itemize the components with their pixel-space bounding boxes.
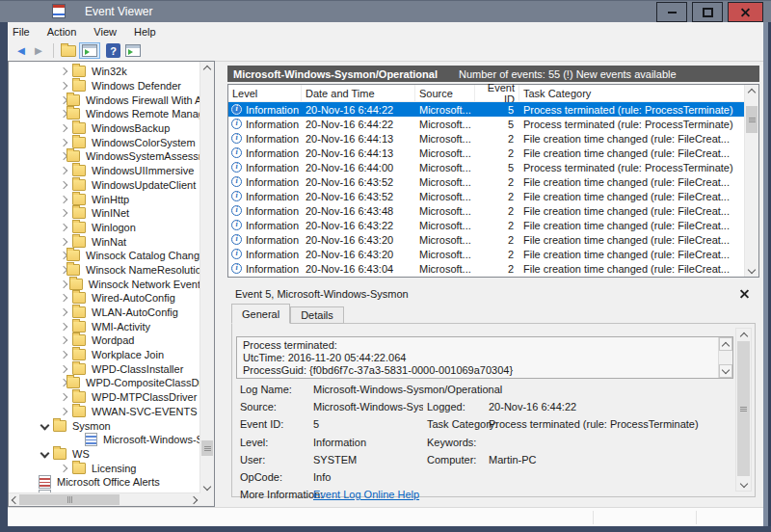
tree-item-winlogon[interactable]: Winlogon: [9, 221, 200, 235]
scroll-up-icon[interactable]: [200, 62, 214, 74]
tree-item-licensing[interactable]: Licensing: [9, 461, 200, 475]
scroll-down-icon[interactable]: [745, 264, 758, 277]
tree-item-wpd-compositeclassdrive[interactable]: WPD-CompositeClassDrive: [9, 376, 200, 390]
chevron-right-icon[interactable]: [61, 309, 72, 315]
open-saved-log-icon[interactable]: [60, 42, 77, 59]
tree-vertical-scrollbar[interactable]: [199, 62, 214, 493]
tree-item-ws[interactable]: WS: [9, 447, 200, 462]
menu-help[interactable]: Help: [125, 26, 165, 38]
event-row[interactable]: Information20-Nov-16 6:43:20Microsoft...…: [228, 232, 745, 247]
event-row[interactable]: Information20-Nov-16 6:44:22Microsoft...…: [228, 117, 745, 131]
event-row[interactable]: Information20-Nov-16 6:43:48Microsoft...…: [228, 203, 745, 218]
tree-item-windowsuiimmersive[interactable]: WindowsUIImmersive: [9, 164, 200, 178]
tree-item-microsoft-windows-sys[interactable]: Microsoft-Windows-Sys: [9, 433, 200, 447]
tree-item-wired-autoconfig[interactable]: Wired-AutoConfig: [9, 291, 200, 306]
tree-item-sysmon[interactable]: Sysmon: [9, 418, 200, 433]
table-scroll-thumb[interactable]: [746, 106, 758, 133]
event-row[interactable]: Information20-Nov-16 6:43:20Microsoft...…: [228, 247, 745, 261]
tree-scroll-thumb[interactable]: [201, 440, 213, 456]
scroll-up-icon[interactable]: [745, 85, 758, 97]
chevron-right-icon[interactable]: [61, 239, 72, 245]
chevron-right-icon[interactable]: [61, 394, 72, 400]
chevron-right-icon[interactable]: [61, 83, 72, 89]
chevron-down-icon[interactable]: [41, 450, 53, 457]
event-row[interactable]: Information20-Nov-16 6:44:00Microsoft...…: [228, 160, 745, 174]
tab-general[interactable]: General: [231, 304, 290, 324]
tree-item-wininet[interactable]: WinINet: [9, 206, 200, 221]
chevron-right-icon[interactable]: [61, 409, 72, 414]
chevron-right-icon[interactable]: [61, 295, 72, 301]
event-row[interactable]: Information20-Nov-16 6:44:13Microsoft...…: [228, 131, 745, 146]
tree-item-wpd-classinstaller[interactable]: WPD-ClassInstaller: [9, 361, 200, 376]
message-scrollbar[interactable]: [718, 337, 732, 378]
tree-item-winnat[interactable]: WinNat: [9, 234, 200, 249]
tree-item-wlan-autoconfig[interactable]: WLAN-AutoConfig: [9, 306, 200, 320]
column-header-date-and-time[interactable]: Date and Time: [302, 85, 415, 101]
event-row[interactable]: Information20-Nov-16 6:43:22Microsoft...…: [228, 218, 745, 232]
tree-item-wwan-svc-events[interactable]: WWAN-SVC-EVENTS: [9, 405, 200, 419]
maximize-button[interactable]: [692, 2, 723, 22]
console-tree-toggle-button[interactable]: [79, 42, 100, 59]
chevron-right-icon[interactable]: [61, 168, 72, 173]
column-header-level[interactable]: Level: [228, 85, 302, 101]
title-bar[interactable]: Event Viewer: [0, 0, 771, 22]
chevron-right-icon[interactable]: [61, 182, 72, 188]
tree-item-windowssystemassessmen[interactable]: WindowsSystemAssessmen: [9, 149, 200, 164]
event-log-online-help-link[interactable]: Event Log Online Help: [313, 489, 419, 500]
detail-scroll-thumb[interactable]: [737, 341, 750, 476]
tree-item-workplace-join[interactable]: Workplace Join: [9, 348, 200, 362]
tree-item-win32k[interactable]: Win32k: [9, 65, 200, 79]
tree-item-windowsupdateclient[interactable]: WindowsUpdateClient: [9, 178, 200, 193]
tree-hscroll-thumb[interactable]: [19, 494, 120, 505]
chevron-right-icon[interactable]: [61, 366, 72, 372]
detail-close-icon[interactable]: [739, 288, 750, 299]
menu-file[interactable]: File: [8, 26, 39, 38]
tree-item-windows-firewall-with-adv[interactable]: Windows Firewall With Adv: [9, 93, 200, 107]
tree-item-winsock-nameresolution-e[interactable]: Winsock NameResolution E: [9, 263, 200, 278]
chevron-down-icon[interactable]: [41, 422, 53, 429]
column-header-task-category[interactable]: Task Category: [519, 85, 745, 101]
table-vertical-scrollbar[interactable]: [744, 85, 758, 277]
event-row[interactable]: Information20-Nov-16 6:43:04Microsoft...…: [228, 261, 745, 276]
scroll-up-icon[interactable]: [719, 337, 732, 351]
close-button[interactable]: [728, 2, 763, 22]
tree-item-wpd-mtpclassdriver[interactable]: WPD-MTPClassDriver: [9, 390, 200, 405]
column-header-event-id[interactable]: Event ID: [475, 85, 519, 101]
forward-icon[interactable]: [30, 42, 47, 59]
tree-item-windowscolorsystem[interactable]: WindowsColorSystem: [9, 135, 200, 149]
chevron-right-icon[interactable]: [61, 197, 72, 202]
chevron-right-icon[interactable]: [61, 324, 72, 330]
event-row[interactable]: Information20-Nov-16 6:44:13Microsoft...…: [228, 146, 745, 160]
detail-vertical-scrollbar[interactable]: [735, 328, 752, 492]
scroll-up-icon[interactable]: [736, 329, 751, 341]
chevron-right-icon[interactable]: [61, 352, 72, 358]
back-icon[interactable]: [13, 42, 30, 59]
event-row[interactable]: Information20-Nov-16 6:43:52Microsoft...…: [228, 189, 745, 203]
help-icon[interactable]: [106, 43, 120, 58]
action-pane-toggle-icon[interactable]: [124, 42, 142, 59]
scroll-right-icon[interactable]: [189, 493, 200, 506]
tree-item-windows-defender[interactable]: Windows Defender: [9, 79, 200, 93]
tree-item-winhttp[interactable]: WinHttp: [9, 192, 200, 206]
scroll-down-icon[interactable]: [200, 481, 214, 493]
chevron-right-icon[interactable]: [61, 140, 72, 146]
tree-item-wmi-activity[interactable]: WMI-Activity: [9, 319, 200, 333]
chevron-right-icon[interactable]: [61, 125, 72, 131]
tree-item-winsock-network-event[interactable]: Winsock Network Event: [9, 277, 200, 291]
tab-details[interactable]: Details: [290, 306, 344, 324]
event-row[interactable]: Information20-Nov-16 6:43:52Microsoft...…: [228, 174, 745, 189]
chevron-right-icon[interactable]: [61, 337, 72, 343]
chevron-right-icon[interactable]: [61, 210, 72, 216]
chevron-right-icon[interactable]: [61, 225, 72, 230]
scroll-down-icon[interactable]: [736, 478, 751, 491]
tree-horizontal-scrollbar[interactable]: [9, 492, 200, 506]
tree-item-microsoft-office-alerts[interactable]: Microsoft Office Alerts: [9, 475, 200, 490]
menu-view[interactable]: View: [85, 26, 125, 38]
chevron-right-icon[interactable]: [61, 466, 72, 471]
tree-item-windowsbackup[interactable]: WindowsBackup: [9, 121, 200, 136]
tree-item-windows-remote-manager[interactable]: Windows Remote Manager: [9, 107, 200, 121]
chevron-right-icon[interactable]: [61, 281, 69, 287]
column-header-source[interactable]: Source: [415, 85, 475, 101]
tree-item-wordpad[interactable]: Wordpad: [9, 333, 200, 348]
menu-action[interactable]: Action: [39, 26, 86, 38]
